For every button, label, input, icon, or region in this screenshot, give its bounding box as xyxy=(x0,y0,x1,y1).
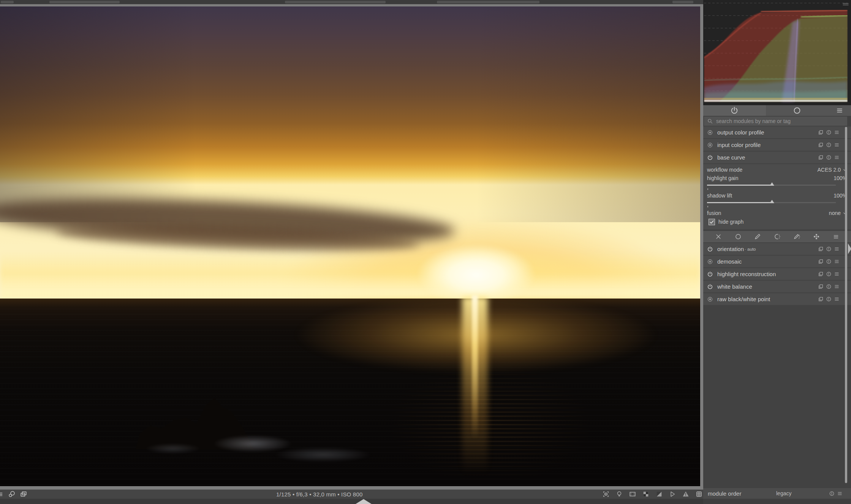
module-raw-black-white-point[interactable]: raw black/white point xyxy=(703,293,851,305)
slider-thumb-icon[interactable] xyxy=(770,182,774,186)
hide-graph-checkbox-row[interactable]: hide graph xyxy=(709,217,847,226)
module-input-color-profile[interactable]: input color profile xyxy=(703,139,851,151)
power-on-icon[interactable] xyxy=(707,271,713,277)
module-order-value-button[interactable]: legacy xyxy=(772,490,829,496)
reset-icon[interactable] xyxy=(826,271,832,277)
clipping-warning-icon[interactable] xyxy=(656,491,663,498)
reset-icon[interactable] xyxy=(826,155,832,160)
module-white-balance[interactable]: white balance xyxy=(703,281,851,292)
top-panel-collapsed[interactable] xyxy=(0,0,703,4)
module-base-curve[interactable]: base curve xyxy=(703,152,851,163)
reset-icon[interactable] xyxy=(826,130,832,135)
blend-uniformly-circle-icon[interactable] xyxy=(735,233,742,240)
power-icon xyxy=(730,106,739,115)
presets-icon[interactable] xyxy=(834,130,840,135)
module-output-color-profile[interactable]: output color profile xyxy=(703,126,851,138)
module-list-scrollbar[interactable] xyxy=(845,127,847,483)
workflow-mode-label: workflow mode xyxy=(707,167,742,173)
shadow-lift-label: shadow lift xyxy=(707,193,732,199)
multi-instance-icon[interactable] xyxy=(818,271,824,277)
color-assessment-bulb-icon[interactable] xyxy=(616,491,623,498)
presets-icon[interactable] xyxy=(834,246,840,252)
drawn-mask-pencil-icon[interactable] xyxy=(754,233,761,240)
blend-off-x-icon[interactable] xyxy=(715,233,722,240)
reset-icon[interactable] xyxy=(826,259,832,264)
checkbox-checked-icon[interactable] xyxy=(709,219,715,225)
bottom-panel-expander-icon[interactable] xyxy=(356,499,372,504)
blend-menu-icon[interactable] xyxy=(833,234,839,240)
power-on-icon[interactable] xyxy=(707,284,713,290)
module-demosaic[interactable]: demosaic xyxy=(703,256,851,267)
multi-instance-icon[interactable] xyxy=(818,142,824,148)
module-label: base curve xyxy=(717,154,818,161)
always-on-icon xyxy=(707,142,713,148)
panel-corner-menu-icon[interactable] xyxy=(843,0,849,3)
grouping-icon[interactable] xyxy=(8,491,15,498)
presets-icon[interactable] xyxy=(834,142,840,148)
right-panel-expander-icon[interactable] xyxy=(848,243,851,254)
reset-icon[interactable] xyxy=(826,296,832,302)
top-widget xyxy=(672,1,693,3)
photo-wave-glints xyxy=(385,362,595,486)
photo-surf-foam xyxy=(274,447,372,462)
highlight-gain-label: highlight gain xyxy=(707,175,739,181)
power-on-icon[interactable] xyxy=(707,246,713,252)
highlight-gain-slider-labels: highlight gain 100% xyxy=(707,174,847,182)
photo-surf-foam xyxy=(144,443,201,454)
module-list-empty-space xyxy=(703,306,851,488)
fusion-combobox[interactable]: fusion none xyxy=(707,209,847,217)
parametric-mask-icon[interactable] xyxy=(774,233,781,240)
gamut-check-warning-icon[interactable] xyxy=(682,491,689,498)
module-group-tabs xyxy=(703,105,851,116)
module-highlight-reconstruction[interactable]: highlight reconstruction xyxy=(703,268,851,280)
presets-icon[interactable] xyxy=(837,491,843,496)
softproof-icon[interactable] xyxy=(669,491,676,498)
slider-thumb-icon[interactable] xyxy=(770,200,774,203)
module-groups-presets-button[interactable] xyxy=(828,105,851,116)
raw-overexposed-checker-icon[interactable] xyxy=(642,491,649,498)
module-label: highlight reconstruction xyxy=(717,271,818,277)
exif-info-line: 1/125 • f/6,3 • 32,0 mm • ISO 800 xyxy=(276,490,362,499)
drawn-parametric-mask-icon[interactable] xyxy=(794,233,800,240)
presets-icon[interactable] xyxy=(834,155,840,160)
overlays-icon[interactable] xyxy=(20,491,27,498)
module-label: input color profile xyxy=(717,142,818,148)
tab-all-modules[interactable] xyxy=(766,105,829,116)
guides-grid-icon[interactable] xyxy=(696,491,702,498)
module-label: white balance xyxy=(717,283,818,290)
module-orientation[interactable]: orientation · auto xyxy=(703,243,851,255)
iso12646-frame-icon[interactable] xyxy=(629,491,636,498)
reset-icon[interactable] xyxy=(829,491,835,496)
reset-icon[interactable] xyxy=(826,142,832,148)
module-label: output color profile xyxy=(717,129,818,136)
presets-icon[interactable] xyxy=(834,259,840,264)
multi-instance-icon[interactable] xyxy=(818,130,824,135)
power-on-icon[interactable] xyxy=(707,155,713,161)
search-input[interactable]: search modules by name or tag xyxy=(704,117,847,126)
multi-instance-icon[interactable] xyxy=(818,284,824,289)
reset-icon[interactable] xyxy=(826,246,832,252)
tab-active-modules[interactable] xyxy=(703,105,766,116)
presets-icon[interactable] xyxy=(834,284,840,289)
focus-peaking-icon[interactable] xyxy=(603,491,609,498)
shadow-lift-slider[interactable] xyxy=(707,200,846,204)
raster-mask-icon[interactable] xyxy=(813,233,820,240)
workflow-mode-combobox[interactable]: workflow mode ACES 2.0 xyxy=(707,166,847,174)
multi-instance-icon[interactable] xyxy=(818,296,824,302)
multi-instance-icon[interactable] xyxy=(818,259,824,264)
reset-icon[interactable] xyxy=(826,284,832,289)
waveform-scope[interactable] xyxy=(703,0,851,105)
presets-icon[interactable] xyxy=(834,271,840,277)
multi-instance-icon[interactable] xyxy=(818,246,824,252)
photo-canvas[interactable] xyxy=(0,6,700,486)
bottom-panel-collapsed xyxy=(0,499,703,504)
always-on-icon xyxy=(707,130,713,136)
presets-icon[interactable] xyxy=(834,296,840,302)
shadow-lift-slider-labels: shadow lift 100% xyxy=(707,191,847,200)
highlight-gain-slider[interactable] xyxy=(707,182,846,187)
photo-horizon-band xyxy=(0,251,700,299)
slider-tick xyxy=(707,206,708,207)
photo-sky-shade xyxy=(0,6,700,222)
hamburger-menu-icon[interactable] xyxy=(0,491,3,498)
multi-instance-icon[interactable] xyxy=(818,155,824,160)
